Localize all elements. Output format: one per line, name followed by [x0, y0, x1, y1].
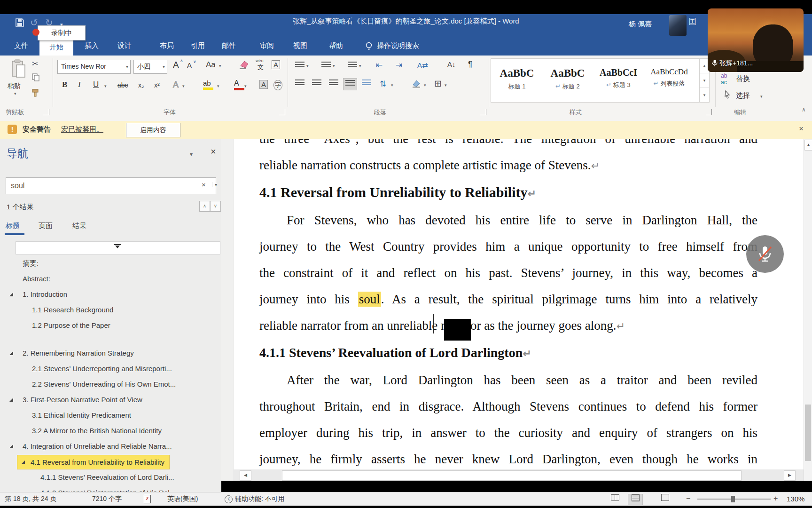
paste-button[interactable]: 粘贴 — [8, 82, 21, 90]
zoom-out-icon[interactable]: − — [686, 494, 690, 503]
italic-button[interactable]: I — [78, 80, 81, 89]
style-list-paragraph[interactable]: AaBbCcDd ↵ 列表段落 — [644, 63, 694, 97]
copy-icon[interactable] — [32, 73, 40, 81]
outline-item[interactable]: 4.1.1 Stevens’ Reevaluation of Lord Darl… — [0, 469, 221, 485]
paste-icon[interactable] — [10, 59, 27, 80]
paste-caret-icon[interactable]: ▾ — [14, 91, 16, 96]
scroll-left-icon[interactable]: ◀ — [240, 470, 251, 481]
tab-references[interactable]: 引用 — [191, 41, 205, 50]
nav-tab-headings[interactable]: 标题 — [6, 222, 20, 230]
character-border-button[interactable]: A — [272, 60, 280, 69]
outline-item[interactable]: 3.2 A Mirror to the British National Ide… — [0, 423, 221, 438]
page-indicator[interactable]: 第 18 页, 共 24 页 — [5, 495, 56, 503]
outline-item-selected[interactable]: 4.1 Reversal from Unreliability to Relia… — [0, 454, 221, 469]
subscript-button[interactable]: x₂ — [138, 81, 144, 89]
macros-disabled-link[interactable]: 宏已被禁用。 — [61, 125, 103, 134]
clipboard-dialog-launcher[interactable] — [43, 109, 49, 115]
borders-button[interactable]: ⊞ — [434, 78, 442, 89]
outline-item[interactable]: 3.1 Ethical Identity Predicament — [0, 407, 221, 423]
underline-button[interactable]: U — [93, 80, 99, 89]
strikethrough-button[interactable]: abc — [117, 81, 128, 89]
outline-item[interactable]: 2. Remembering Narration Strategy — [0, 345, 221, 361]
style-heading2[interactable]: AaBbC ↵ 标题 2 — [543, 63, 593, 97]
font-size-combo[interactable]: 小四 ▾ — [133, 60, 167, 74]
expand-triangle-icon[interactable] — [9, 351, 13, 355]
multilevel-list-button[interactable] — [348, 61, 357, 70]
clear-formatting-icon[interactable] — [239, 60, 250, 70]
webcam-video[interactable]: 张辉+181... — [708, 8, 804, 72]
tab-help[interactable]: 帮助 — [329, 41, 343, 50]
phonetic-guide-icon[interactable]: wén — [256, 58, 264, 63]
font-color-button[interactable]: A — [234, 79, 244, 90]
zoom-level[interactable]: 130% — [787, 495, 804, 503]
next-result-button[interactable]: ∨ — [210, 201, 221, 212]
zoom-slider-thumb[interactable] — [731, 496, 735, 502]
style-heading1[interactable]: AaBbC 标题 1 — [492, 63, 542, 97]
ribbon-display-options-icon[interactable]: 囯 — [689, 17, 696, 27]
tab-view[interactable]: 视图 — [293, 41, 307, 50]
numbering-button[interactable] — [321, 61, 331, 70]
read-mode-button[interactable] — [608, 494, 622, 504]
style-heading3[interactable]: AaBbCcI ↵ 标题 3 — [593, 63, 643, 97]
paragraph-dialog-launcher[interactable] — [480, 109, 486, 115]
bullets-button[interactable] — [295, 61, 304, 70]
tab-design[interactable]: 设计 — [117, 41, 132, 50]
web-layout-button[interactable] — [658, 494, 672, 504]
shading-button[interactable] — [412, 79, 422, 88]
font-dialog-launcher[interactable] — [279, 109, 285, 115]
user-name[interactable]: 杨 佩嘉 — [629, 20, 652, 29]
nav-pane-close-icon[interactable]: × — [211, 146, 216, 157]
accessibility-status[interactable]: 辅助功能: 不可用 — [235, 495, 285, 503]
proofing-error-icon[interactable]: ✗ — [144, 495, 151, 503]
zoom-in-icon[interactable]: + — [773, 494, 778, 503]
superscript-button[interactable]: x² — [154, 81, 160, 89]
tab-layout[interactable]: 布局 — [160, 41, 174, 50]
outline-item[interactable]: 1.2 Purpose of the Paper — [0, 318, 221, 333]
expand-triangle-icon[interactable] — [9, 444, 13, 448]
distribute-button[interactable] — [360, 78, 373, 89]
tell-me-search[interactable]: 操作说明搜索 — [377, 41, 419, 50]
show-marks-button[interactable]: ¶ — [468, 60, 472, 69]
style-gallery-more-icon[interactable]: ▾ — [700, 88, 709, 102]
styles-dialog-launcher[interactable] — [706, 109, 712, 115]
vertical-scroll-thumb[interactable] — [805, 405, 811, 461]
outline-item[interactable]: 2.2 Stevens’ Underreading of His Own Emo… — [0, 376, 221, 392]
user-avatar[interactable] — [669, 15, 687, 36]
highlight-button[interactable]: ab — [203, 79, 213, 90]
text-effects-button[interactable]: A — [173, 80, 179, 90]
outline-item[interactable]: 2.1 Stevens’ Underreporting and Misrepor… — [0, 361, 221, 376]
change-case-button[interactable]: Aa — [206, 60, 216, 70]
enclose-characters-button[interactable]: 字 — [273, 80, 282, 90]
warning-close-icon[interactable]: × — [799, 124, 804, 134]
nav-tab-results[interactable]: 结果 — [72, 222, 86, 230]
outline-item[interactable]: 1.1 Research Background — [0, 302, 221, 318]
word-count[interactable]: 7210 个字 — [92, 495, 122, 503]
font-name-combo[interactable]: Times New Ror ▾ — [57, 60, 131, 74]
tab-mailings[interactable]: 邮件 — [222, 41, 236, 50]
nav-tab-pages[interactable]: 页面 — [39, 222, 53, 230]
jump-to-top-button[interactable] — [16, 241, 220, 254]
format-painter-icon[interactable] — [31, 88, 40, 98]
decrease-indent-button[interactable]: ⇤ — [376, 60, 383, 70]
document-canvas[interactable]: the three “Axes”, but the rest is reliab… — [221, 139, 804, 481]
outline-item[interactable]: 3. First-Person Narrative Point of View — [0, 392, 221, 407]
outline-item[interactable]: Abstract: — [0, 271, 221, 286]
select-button[interactable]: 选择 — [736, 91, 750, 100]
horizontal-scrollbar[interactable]: ◀ ▶ — [233, 469, 804, 481]
sort-button[interactable]: A↓ — [447, 60, 456, 68]
tab-file[interactable]: 文件 — [14, 41, 28, 50]
expand-triangle-icon[interactable] — [21, 460, 25, 464]
align-right-button[interactable] — [327, 78, 340, 89]
enable-content-button[interactable]: 启用内容 — [126, 123, 180, 137]
print-layout-button[interactable] — [628, 494, 643, 505]
shrink-font-button[interactable]: A — [187, 61, 192, 69]
search-input[interactable] — [10, 180, 190, 192]
vertical-scrollbar[interactable]: ▲ — [804, 139, 812, 481]
increase-indent-button[interactable]: ⇥ — [396, 60, 402, 70]
nav-pane-options-icon[interactable]: ▾ — [190, 151, 193, 158]
cut-icon[interactable]: ✂ — [32, 59, 38, 68]
language-indicator[interactable]: 英语(美国) — [167, 495, 198, 503]
align-center-button[interactable] — [310, 78, 323, 89]
horizontal-scroll-thumb[interactable] — [282, 470, 742, 481]
scroll-right-icon[interactable]: ▶ — [784, 470, 796, 481]
